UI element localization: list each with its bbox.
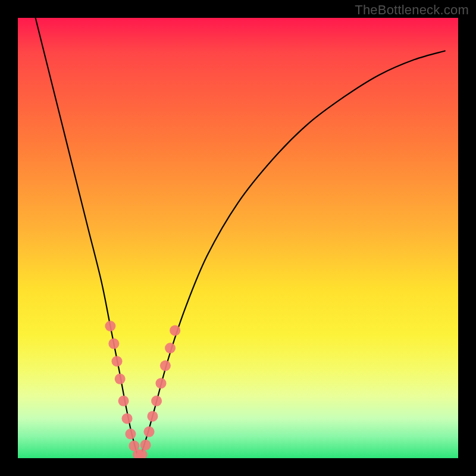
curve-marker [105, 321, 115, 331]
curve-marker [156, 378, 167, 389]
bottleneck-markers [105, 321, 180, 458]
curve-marker [118, 396, 129, 406]
chart-frame: TheBottleneck.com [0, 0, 476, 476]
bottleneck-curve-path [36, 18, 445, 456]
watermark-text: TheBottleneck.com [355, 2, 469, 18]
curve-marker [125, 428, 136, 439]
curve-marker [151, 396, 162, 406]
chart-plot-area [18, 18, 458, 458]
curve-marker [112, 356, 123, 367]
curve-marker [122, 413, 133, 424]
curve-marker [147, 411, 158, 422]
bottleneck-curve-svg [18, 18, 458, 458]
curve-marker [170, 325, 180, 336]
curve-marker [108, 339, 119, 349]
curve-marker [160, 361, 171, 371]
curve-marker [140, 440, 151, 450]
curve-marker [144, 427, 155, 437]
curve-marker [115, 374, 126, 384]
curve-marker [165, 343, 176, 353]
